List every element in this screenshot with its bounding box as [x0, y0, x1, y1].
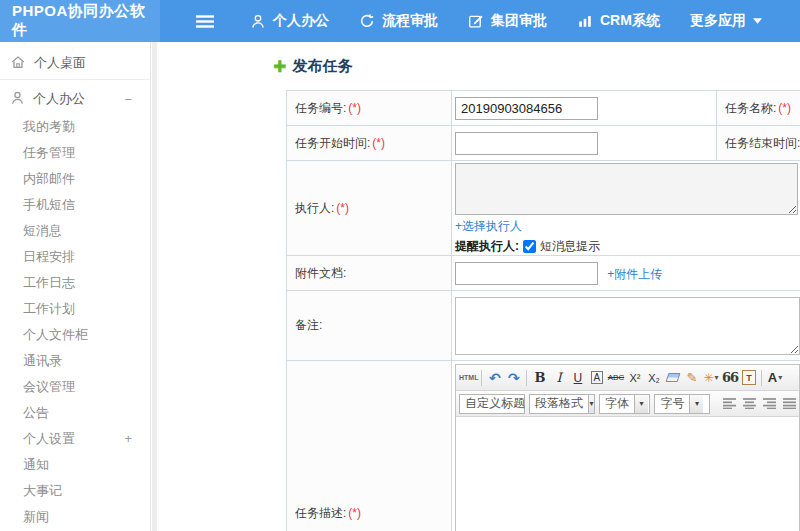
page-title: ✚ 发布任务 — [273, 55, 800, 77]
remark-label-cell: 备注: — [287, 291, 452, 361]
nav-crm-system[interactable]: CRM系统 — [577, 12, 660, 30]
history-icon — [359, 13, 375, 29]
sidebar-item-meeting-management[interactable]: 会议管理 — [0, 374, 150, 400]
rich-text-editor: HTML ↶ ↷ B I U A ABC X² X₂ ✎ — [455, 364, 800, 531]
executor-cell: +选择执行人 提醒执行人: 短消息提示 — [452, 161, 800, 256]
editor-content-area[interactable] — [456, 417, 799, 531]
caret-down-icon: ▾ — [588, 395, 594, 413]
format-match-icon[interactable]: ✳▾ — [701, 368, 720, 388]
subscript-button[interactable]: X₂ — [644, 368, 663, 388]
sidebar-item-personal-office[interactable]: 个人办公 − — [0, 84, 150, 114]
end-time-label-cell: 任务结束时间:(*) — [717, 126, 800, 161]
choose-executor-link[interactable]: +选择执行人 — [455, 219, 522, 233]
task-desc-cell: HTML ↶ ↷ B I U A ABC X² X₂ ✎ — [452, 361, 800, 531]
remind-executor-label: 提醒执行人: — [455, 238, 519, 255]
task-number-input[interactable] — [455, 97, 598, 120]
toolbar-separator — [761, 370, 762, 386]
custom-title-select[interactable]: 自定义标题▾ — [459, 394, 525, 414]
sms-tip-label: 短消息提示 — [540, 238, 600, 255]
sidebar: 个人桌面 个人办公 − 我的考勤 任务管理 内部邮件 手机短信 短消息 日程安排… — [0, 42, 151, 531]
format-brush-icon[interactable]: ✎ — [682, 368, 701, 388]
nav-label: 集团审批 — [491, 12, 547, 30]
sidebar-item-schedule[interactable]: 日程安排 — [0, 244, 150, 270]
task-number-label-cell: 任务编号:(*) — [287, 91, 452, 126]
sidebar-item-contacts[interactable]: 通讯录 — [0, 348, 150, 374]
blockquote-button[interactable]: 66 — [720, 368, 739, 388]
nav-personal-office[interactable]: 个人办公 — [250, 12, 329, 30]
justify-center-icon[interactable] — [743, 398, 756, 409]
sidebar-item-my-attendance[interactable]: 我的考勤 — [0, 114, 150, 140]
attachment-label-cell: 附件文档: — [287, 256, 452, 291]
main-content: ✚ 发布任务 任务编号:(*) 任务名称:(*) 任务开始时间:(*) 任务结束… — [157, 42, 800, 531]
toolbar-separator — [526, 370, 527, 386]
sidebar-item-notice[interactable]: 通知 — [0, 452, 150, 478]
html-source-button[interactable]: HTML — [459, 368, 478, 388]
underline-button[interactable]: U — [568, 368, 587, 388]
user-icon — [250, 13, 266, 30]
bold-button[interactable]: B — [530, 368, 549, 388]
attachment-cell: +附件上传 — [452, 256, 800, 291]
task-number-cell — [452, 91, 717, 126]
start-time-input[interactable] — [455, 132, 598, 155]
sidebar-item-desktop[interactable]: 个人桌面 — [0, 47, 150, 80]
bar-chart-icon — [577, 13, 593, 29]
remark-textarea[interactable] — [455, 297, 800, 355]
sidebar-item-mobile-sms[interactable]: 手机短信 — [0, 192, 150, 218]
sidebar-item-file-cabinet[interactable]: 个人文件柜 — [0, 322, 150, 348]
font-color-button[interactable]: A▾ — [765, 368, 784, 388]
sidebar-item-work-plan[interactable]: 工作计划 — [0, 296, 150, 322]
edit-icon — [468, 13, 484, 29]
sidebar-item-internal-mail[interactable]: 内部邮件 — [0, 166, 150, 192]
font-border-button[interactable]: A — [587, 368, 606, 388]
caret-down-icon: ▾ — [689, 395, 703, 413]
start-time-label-cell: 任务开始时间:(*) — [287, 126, 452, 161]
attachment-upload-link[interactable]: +附件上传 — [607, 267, 662, 281]
justify-full-icon[interactable] — [783, 398, 796, 409]
sidebar-item-task-management[interactable]: 任务管理 — [0, 140, 150, 166]
toolbar-separator — [481, 370, 482, 386]
undo-icon[interactable]: ↶ — [485, 368, 504, 388]
sidebar-item-work-log[interactable]: 工作日志 — [0, 270, 150, 296]
person-icon — [10, 90, 25, 109]
home-icon — [10, 54, 26, 73]
sidebar-item-news[interactable]: 新闻 — [0, 504, 150, 530]
app-logo: PHPOA协同办公软件 — [0, 0, 160, 42]
publish-task-form: 任务编号:(*) 任务名称:(*) 任务开始时间:(*) 任务结束时间:(*) … — [286, 90, 800, 531]
nav-label: 流程审批 — [382, 12, 438, 30]
paste-text-icon[interactable]: T — [739, 368, 758, 388]
collapse-toggle-icon[interactable]: − — [124, 92, 132, 107]
strikethrough-button[interactable]: ABC — [606, 368, 625, 388]
task-desc-label-cell: 任务描述:(*) — [287, 361, 452, 531]
nav-group-approval[interactable]: 集团审批 — [468, 12, 547, 30]
hamburger-menu-icon[interactable] — [196, 15, 214, 28]
justify-left-icon[interactable] — [723, 398, 736, 409]
font-family-select[interactable]: 字体▾ — [599, 394, 650, 414]
editor-toolbar-row-2: 自定义标题▾ 段落格式▾ 字体▾ 字号▾ — [456, 391, 799, 417]
nav-workflow-approval[interactable]: 流程审批 — [359, 12, 438, 30]
top-bar: PHPOA协同办公软件 个人办公 流程审批 集团审批 CRM系统 — [0, 0, 800, 42]
sms-tip-checkbox[interactable] — [523, 240, 536, 253]
start-time-cell — [452, 126, 717, 161]
redo-icon[interactable]: ↷ — [504, 368, 523, 388]
sidebar-item-personal-settings[interactable]: 个人设置 + — [0, 426, 150, 452]
superscript-button[interactable]: X² — [625, 368, 644, 388]
eraser-icon[interactable] — [663, 368, 682, 388]
add-task-icon: ✚ — [273, 57, 286, 76]
paragraph-format-select[interactable]: 段落格式▾ — [529, 394, 595, 414]
font-size-select[interactable]: 字号▾ — [654, 394, 710, 414]
expand-toggle-icon[interactable]: + — [124, 426, 132, 452]
nav-more-apps[interactable]: 更多应用 — [690, 12, 762, 30]
executor-label-cell: 执行人:(*) — [287, 161, 452, 256]
top-nav: 个人办公 流程审批 集团审批 CRM系统 更多应用 — [250, 12, 792, 30]
attachment-input[interactable] — [455, 262, 598, 285]
executor-textarea[interactable] — [455, 163, 798, 215]
sidebar-item-announcement[interactable]: 公告 — [0, 400, 150, 426]
alignment-buttons — [723, 398, 796, 409]
sidebar-item-memorabilia[interactable]: 大事记 — [0, 478, 150, 504]
task-name-label-cell: 任务名称:(*) — [717, 91, 800, 126]
justify-right-icon[interactable] — [763, 398, 776, 409]
italic-button[interactable]: I — [549, 368, 568, 388]
caret-down-icon — [753, 18, 762, 24]
sidebar-item-label: 个人桌面 — [34, 54, 86, 72]
sidebar-item-short-message[interactable]: 短消息 — [0, 218, 150, 244]
